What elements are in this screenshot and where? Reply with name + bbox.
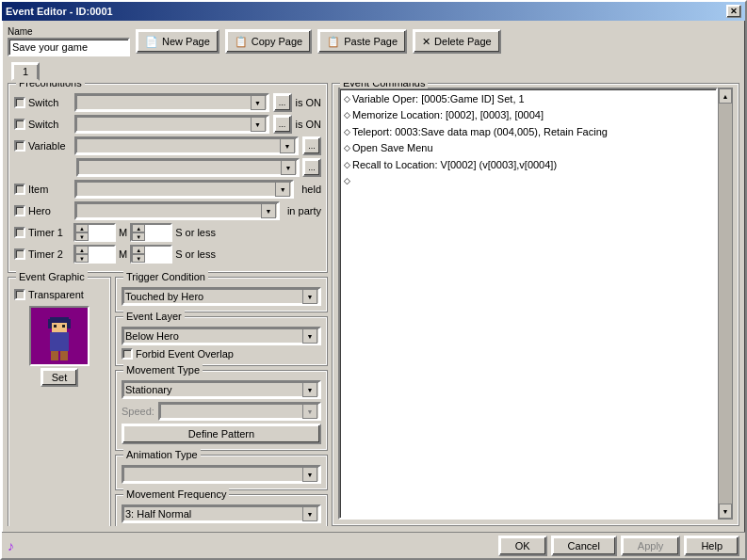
switch1-combo[interactable]: ▼ — [74, 93, 269, 112]
movement-type-combo[interactable]: Stationary ▼ — [122, 380, 321, 399]
item-combo-arrow[interactable]: ▼ — [275, 182, 290, 197]
variable-combo-arrow[interactable]: ▼ — [280, 138, 295, 153]
timer1-spin-arrows: ▲ ▼ — [75, 224, 89, 241]
trigger-condition-value: Touched by Hero — [125, 291, 302, 302]
trigger-condition-title: Trigger Condition — [123, 271, 208, 282]
switch2-combo[interactable]: ▼ — [74, 115, 269, 134]
ok-button[interactable]: OK — [498, 536, 547, 556]
forbid-overlap-checkbox[interactable] — [122, 348, 133, 360]
timer1-spin-up[interactable]: ▲ — [75, 224, 89, 232]
timer2-sec-spin[interactable]: ▲ ▼ — [130, 245, 172, 264]
timer1-sec-spin[interactable]: ▲ ▼ — [130, 223, 172, 242]
variable-label: Variable — [28, 140, 66, 152]
hero-combo[interactable]: ▼ — [74, 201, 280, 220]
commands-list[interactable]: ◇ Variable Oper: [0005:Game ID] Set, 1 ◇… — [338, 88, 718, 520]
commands-scrollbar[interactable]: ▲ ▼ — [718, 88, 733, 520]
scrollbar-down-btn[interactable]: ▼ — [719, 504, 732, 519]
svg-rect-0 — [50, 332, 69, 351]
event-layer-combo[interactable]: Below Hero ▼ — [122, 327, 321, 345]
set-button[interactable]: Set — [41, 368, 79, 387]
speed-combo[interactable]: ▼ — [158, 402, 321, 421]
name-input[interactable] — [8, 38, 130, 56]
tab-1-label: 1 — [23, 66, 28, 77]
bottom-left-row: Event Graphic Transparent — [8, 277, 328, 526]
timer2-sec-down[interactable]: ▼ — [132, 254, 145, 263]
switch1-is-label: is ON — [296, 97, 322, 108]
preconditions-title: Preconditions — [16, 83, 85, 88]
variable-checkbox[interactable] — [14, 140, 25, 152]
item-combo[interactable]: ▼ — [74, 180, 294, 199]
switch1-detail-btn[interactable]: ... — [273, 93, 292, 112]
timer2-checkbox[interactable] — [14, 248, 25, 260]
timer1-spin[interactable]: ▲ ▼ — [73, 223, 116, 242]
close-button[interactable]: ✕ — [726, 5, 741, 18]
apply-button[interactable]: Apply — [621, 536, 681, 556]
animation-type-combo[interactable]: ▼ — [122, 465, 321, 484]
switch2-combo-arrow[interactable]: ▼ — [251, 117, 266, 132]
commands-with-scroll: ◇ Variable Oper: [0005:Game ID] Set, 1 ◇… — [338, 88, 733, 520]
timer2-spin-down[interactable]: ▼ — [75, 254, 89, 263]
timer2-s-label: S or less — [175, 248, 216, 260]
timer1-sec-up[interactable]: ▲ — [132, 224, 145, 232]
variable-val-detail-btn[interactable]: ... — [302, 158, 321, 177]
switch1-checkbox[interactable] — [14, 97, 25, 108]
variable-detail-btn[interactable]: ... — [302, 136, 321, 155]
timer2-spin[interactable]: ▲ ▼ — [73, 245, 116, 264]
timer1-m-label: M — [119, 227, 127, 238]
timer1-row: Timer 1 ▲ ▼ M ▲ ▼ — [14, 223, 321, 242]
switch2-is-label: is ON — [296, 119, 322, 130]
tab-1[interactable]: 1 — [11, 62, 40, 81]
switch2-detail-btn[interactable]: ... — [273, 115, 292, 134]
timer2-sec-up[interactable]: ▲ — [132, 246, 145, 254]
timer1-spin-down[interactable]: ▼ — [75, 232, 89, 241]
movement-type-title: Movement Type — [123, 364, 203, 376]
movement-frequency-combo[interactable]: 3: Half Normal ▼ — [122, 504, 321, 523]
delete-page-icon: ✕ — [422, 36, 430, 48]
transparent-checkbox[interactable] — [14, 289, 25, 300]
music-icon: ♪ — [8, 538, 14, 553]
timer2-spin-up[interactable]: ▲ — [75, 246, 89, 254]
movement-type-arrow[interactable]: ▼ — [302, 382, 317, 397]
variable-val-combo[interactable]: ▼ — [76, 158, 300, 177]
svg-rect-5 — [54, 325, 57, 328]
copy-page-button[interactable]: 📋 Copy Page — [225, 29, 312, 54]
diamond-5: ◇ — [344, 159, 350, 171]
timer1-sec-down[interactable]: ▼ — [132, 232, 145, 241]
new-page-button[interactable]: 📄 New Page — [136, 29, 219, 54]
command-text-1: Variable Oper: [0005:Game ID] Set, 1 — [352, 92, 525, 106]
new-page-icon: 📄 — [145, 36, 158, 48]
item-checkbox[interactable] — [14, 184, 25, 195]
trigger-condition-combo[interactable]: Touched by Hero ▼ — [122, 287, 321, 306]
animation-type-arrow[interactable]: ▼ — [302, 467, 317, 482]
delete-page-button[interactable]: ✕ Delete Page — [413, 29, 501, 54]
tab-row: 1 — [8, 60, 739, 79]
speed-combo-arrow[interactable]: ▼ — [302, 404, 317, 419]
cancel-button[interactable]: Cancel — [551, 536, 617, 556]
switch1-combo-arrow[interactable]: ▼ — [251, 95, 266, 110]
timer2-row: Timer 2 ▲ ▼ M ▲ ▼ — [14, 245, 321, 264]
hero-checkbox[interactable] — [14, 205, 25, 216]
event-commands-title: Event Commands — [340, 83, 428, 88]
graphic-preview[interactable] — [29, 306, 89, 366]
ok-label: OK — [515, 540, 530, 552]
timer2-spin-arrows: ▲ ▼ — [75, 246, 89, 263]
timer2-checkbox-label: Timer 2 — [14, 248, 71, 260]
svg-rect-7 — [51, 351, 58, 360]
paste-page-button[interactable]: 📋 Paste Page — [317, 29, 407, 54]
trigger-condition-arrow[interactable]: ▼ — [302, 289, 317, 304]
help-button[interactable]: Help — [684, 536, 739, 556]
variable-combo[interactable]: ▼ — [74, 136, 299, 155]
event-layer-arrow[interactable]: ▼ — [302, 328, 317, 344]
command-item-2: ◇ Memorize Location: [0002], [0003], [00… — [342, 107, 714, 123]
define-pattern-button[interactable]: Define Pattern — [122, 424, 321, 444]
apply-label: Apply — [638, 540, 664, 552]
event-layer-value: Below Hero — [125, 330, 302, 342]
timer1-checkbox[interactable] — [14, 227, 25, 238]
scrollbar-up-btn[interactable]: ▲ — [719, 88, 732, 104]
movement-frequency-arrow[interactable]: ▼ — [302, 506, 317, 521]
switch2-checkbox[interactable] — [14, 119, 25, 130]
title-bar: Event Editor - ID:0001 ✕ — [2, 2, 745, 21]
variable-val-arrow[interactable]: ▼ — [281, 160, 296, 175]
hero-combo-arrow[interactable]: ▼ — [261, 203, 276, 218]
switch2-row: Switch ▼ ... is ON — [14, 115, 321, 134]
